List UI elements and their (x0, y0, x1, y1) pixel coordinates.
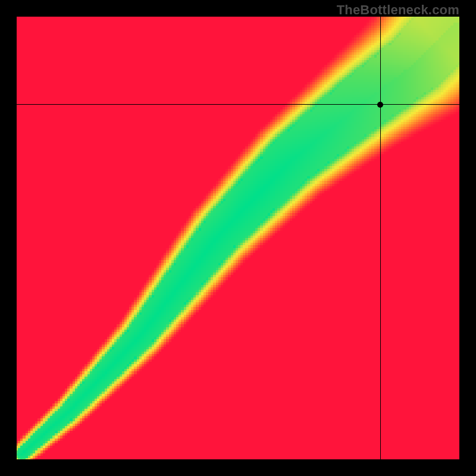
crosshair-dot (377, 102, 383, 108)
chart-stage: TheBottleneck.com (0, 0, 476, 476)
watermark-text: TheBottleneck.com (337, 2, 459, 18)
crosshair-vertical (380, 15, 381, 461)
bottleneck-heatmap (15, 15, 461, 461)
crosshair-horizontal (15, 104, 461, 105)
